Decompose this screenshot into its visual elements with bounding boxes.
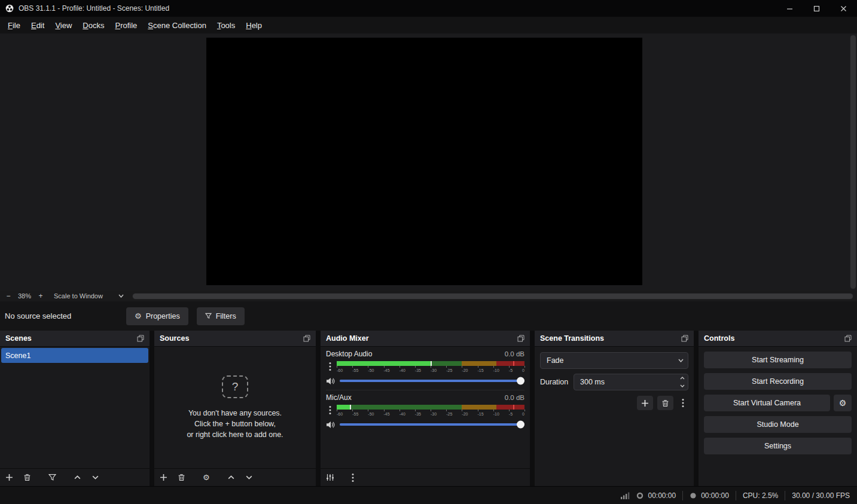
channel-options-button[interactable] bbox=[326, 405, 334, 415]
studio-mode-button[interactable]: Studio Mode bbox=[704, 416, 852, 433]
remove-source-button[interactable] bbox=[178, 474, 185, 481]
volume-slider-handle[interactable] bbox=[517, 377, 524, 385]
start-virtual-camera-button[interactable]: Start Virtual Camera bbox=[704, 395, 830, 411]
scene-filters-button[interactable] bbox=[48, 474, 56, 481]
popout-icon[interactable] bbox=[681, 335, 688, 342]
audio-mixer-panel-header[interactable]: Audio Mixer bbox=[321, 331, 530, 347]
meter-fill bbox=[337, 361, 431, 366]
add-transition-button[interactable] bbox=[637, 396, 653, 410]
transition-select[interactable]: Fade bbox=[540, 352, 688, 369]
filters-button[interactable]: Filters bbox=[197, 307, 245, 325]
status-divider bbox=[682, 491, 683, 500]
volume-slider[interactable] bbox=[340, 377, 524, 385]
add-scene-button[interactable] bbox=[5, 474, 13, 481]
mixer-channel-desktop-audio: Desktop Audio 0.0 dB -60-55- bbox=[326, 350, 524, 386]
duration-decrement-button[interactable] bbox=[677, 382, 688, 390]
speaker-icon[interactable] bbox=[326, 421, 335, 429]
advanced-audio-properties-button[interactable] bbox=[326, 474, 334, 481]
volume-meter bbox=[337, 361, 524, 366]
zoom-in-button[interactable]: + bbox=[36, 292, 45, 300]
volume-slider[interactable] bbox=[340, 420, 524, 429]
filter-icon bbox=[205, 313, 212, 319]
channel-name: Desktop Audio bbox=[326, 350, 372, 358]
volume-slider-handle[interactable] bbox=[517, 421, 524, 429]
scenes-panel-header[interactable]: Scenes bbox=[0, 331, 150, 347]
sources-empty-text: Click the + button below, bbox=[194, 419, 276, 429]
duration-input[interactable]: 300 ms bbox=[574, 374, 688, 390]
status-divider bbox=[785, 491, 785, 500]
menu-scene-collection[interactable]: Scene Collection bbox=[142, 18, 212, 33]
move-source-up-button[interactable] bbox=[227, 474, 235, 481]
source-properties-button[interactable]: ⚙ bbox=[203, 473, 210, 482]
move-scene-up-button[interactable] bbox=[74, 474, 81, 481]
popout-icon[interactable] bbox=[303, 335, 310, 342]
scene-list-item[interactable]: Scene1 bbox=[1, 348, 148, 363]
transition-selected-value: Fade bbox=[541, 356, 564, 365]
close-button[interactable] bbox=[830, 0, 857, 17]
scenes-panel: Scenes Scene1 bbox=[0, 331, 150, 486]
popout-icon[interactable] bbox=[517, 335, 524, 342]
mixer-channel-mic-aux: Mic/Aux 0.0 dB -60-55-50-45- bbox=[326, 390, 524, 429]
meter-fill bbox=[337, 405, 350, 410]
properties-label: Properties bbox=[146, 312, 180, 320]
menu-help[interactable]: Help bbox=[240, 18, 267, 33]
audio-mixer-panel: Audio Mixer Desktop Audio 0.0 dB bbox=[321, 331, 530, 486]
popout-icon[interactable] bbox=[137, 335, 144, 342]
scene-transitions-panel-header[interactable]: Scene Transitions bbox=[535, 331, 694, 347]
window-title: OBS 31.1.1 - Profile: Untitled - Scenes:… bbox=[19, 4, 169, 13]
zoom-out-button[interactable]: − bbox=[4, 292, 13, 300]
question-placeholder-icon: ? bbox=[222, 375, 248, 398]
menu-tools[interactable]: Tools bbox=[212, 18, 240, 33]
duration-increment-button[interactable] bbox=[677, 374, 688, 382]
sources-panel-title: Sources bbox=[160, 334, 189, 343]
scene-transitions-panel-title: Scene Transitions bbox=[540, 334, 604, 343]
stream-status-icon bbox=[636, 492, 643, 499]
mixer-options-button[interactable] bbox=[352, 473, 354, 482]
zoom-level: 38% bbox=[13, 292, 36, 300]
virtual-camera-settings-button[interactable]: ⚙ bbox=[834, 395, 852, 411]
scene-transitions-panel: Scene Transitions Fade Duration 300 ms bbox=[535, 331, 694, 486]
scale-mode-dropdown[interactable]: Scale to Window bbox=[54, 292, 124, 300]
preview-region: − 38% + Scale to Window No source select… bbox=[0, 33, 857, 331]
channel-db-value: 0.0 dB bbox=[505, 350, 524, 358]
meter-hold-line bbox=[513, 361, 514, 366]
meter-peak-line bbox=[431, 361, 432, 366]
source-context-toolbar: No source selected ⚙ Properties Filters bbox=[0, 301, 857, 331]
maximize-button[interactable] bbox=[803, 0, 830, 17]
stream-time: 00:00:00 bbox=[648, 491, 676, 500]
move-scene-down-button[interactable] bbox=[92, 474, 99, 481]
add-source-button[interactable] bbox=[160, 474, 167, 481]
start-streaming-button[interactable]: Start Streaming bbox=[704, 352, 852, 368]
popout-icon[interactable] bbox=[844, 335, 852, 342]
menu-file[interactable]: File bbox=[2, 18, 26, 33]
menu-profile[interactable]: Profile bbox=[109, 18, 142, 33]
sources-panel-header[interactable]: Sources bbox=[154, 331, 316, 347]
dock-area: Scenes Scene1 bbox=[0, 331, 857, 486]
filters-label: Filters bbox=[216, 312, 236, 320]
transition-properties-button[interactable] bbox=[678, 396, 688, 410]
preview-vertical-scrollbar[interactable] bbox=[850, 35, 856, 289]
properties-button[interactable]: ⚙ Properties bbox=[126, 307, 188, 325]
speaker-icon[interactable] bbox=[326, 377, 335, 385]
sources-empty-area[interactable]: ? You don't have any sources. Click the … bbox=[154, 347, 316, 468]
obs-logo-icon bbox=[5, 4, 14, 13]
menu-view[interactable]: View bbox=[50, 18, 77, 33]
move-source-down-button[interactable] bbox=[245, 474, 253, 481]
menu-docks[interactable]: Docks bbox=[77, 18, 109, 33]
channel-options-button[interactable] bbox=[326, 361, 334, 371]
channel-name: Mic/Aux bbox=[326, 393, 352, 402]
start-recording-button[interactable]: Start Recording bbox=[704, 373, 852, 390]
sources-empty-text: You don't have any sources. bbox=[188, 408, 282, 419]
controls-panel-title: Controls bbox=[704, 334, 734, 343]
scenes-toolbar bbox=[0, 468, 150, 486]
remove-scene-button[interactable] bbox=[23, 474, 31, 481]
settings-button[interactable]: Settings bbox=[704, 438, 852, 454]
volume-meter bbox=[337, 405, 524, 410]
record-status-icon bbox=[690, 492, 697, 499]
remove-transition-button[interactable] bbox=[657, 396, 673, 410]
preview-horizontal-scrollbar[interactable] bbox=[132, 293, 853, 300]
menu-edit[interactable]: Edit bbox=[26, 18, 50, 33]
minimize-button[interactable] bbox=[776, 0, 803, 17]
preview-canvas[interactable] bbox=[206, 38, 642, 285]
controls-panel-header[interactable]: Controls bbox=[699, 331, 857, 347]
